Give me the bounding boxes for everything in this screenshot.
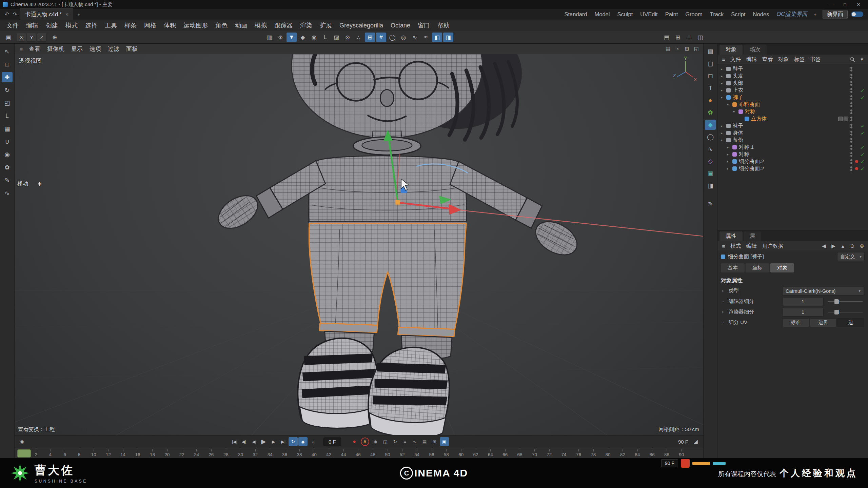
enable-check[interactable]: ✓ — [860, 159, 865, 164]
layout-item-oc[interactable]: OC渲染界面 — [773, 11, 811, 18]
expand-toggle[interactable]: ▸ — [727, 152, 732, 156]
workplane-lock-icon[interactable]: ◧ — [432, 33, 442, 42]
move-tool-icon[interactable]: ✚ — [2, 72, 13, 82]
magic-solo-icon[interactable]: ◆ — [298, 33, 308, 42]
om-menu-item[interactable]: 对象 — [775, 56, 791, 63]
next-frame-button[interactable]: ▶ — [269, 437, 278, 446]
render-settings-icon[interactable]: ⊛ — [275, 33, 285, 42]
expand-toggle[interactable]: ▾ — [727, 103, 732, 106]
visibility-dots[interactable] — [850, 74, 852, 79]
menu-item[interactable]: 窗口 — [414, 21, 434, 29]
expand-toggle[interactable]: ▸ — [721, 88, 726, 92]
render-region-icon[interactable]: ◨ — [705, 181, 716, 191]
simulation-icon[interactable]: ◯ — [705, 132, 716, 142]
attr-menu-item[interactable]: 模式 — [728, 243, 744, 250]
search-icon[interactable] — [848, 55, 856, 63]
timeline-ruler[interactable]: 0246810121416182022242628303234363840424… — [15, 448, 703, 458]
object-row[interactable]: ▸ 头部 ✓ — [717, 80, 868, 87]
taskbar-preview-popup[interactable]: 90 F — [661, 459, 726, 468]
keyframe-presets-icon[interactable]: ▤ — [420, 437, 429, 446]
workplane-icon[interactable]: ▣ — [3, 33, 14, 42]
object-row[interactable]: ▸ 袜子 ✓ — [717, 122, 868, 129]
current-frame-field[interactable]: 0 F — [323, 438, 341, 446]
expand-toggle[interactable]: ▸ — [727, 145, 732, 149]
layout-item[interactable]: Sculpt — [613, 11, 636, 18]
workplane-align-icon[interactable]: ◨ — [443, 33, 453, 42]
om-menu-item[interactable]: 文件 — [728, 56, 744, 63]
end-frame-label[interactable]: 90 F — [678, 439, 688, 445]
expand-toggle[interactable]: ▸ — [721, 124, 726, 128]
sound-toggle-icon[interactable]: ♪ — [308, 437, 317, 446]
attr-menu-item[interactable]: 用户数据 — [760, 243, 786, 250]
axis-y-toggle[interactable]: Y — [27, 33, 36, 42]
visibility-dots[interactable] — [850, 130, 852, 136]
visibility-dots[interactable] — [850, 88, 852, 93]
layout-item[interactable]: Script — [727, 11, 749, 18]
select-tool-icon[interactable]: ↖ — [2, 46, 13, 57]
object-row[interactable]: ▾ 对称 ✓ — [717, 108, 868, 115]
quad-view-icon[interactable]: ⊞ — [683, 45, 691, 53]
viewport-menu-item[interactable]: 显示 — [68, 45, 86, 53]
timeline-options-icon[interactable]: ⊞ — [430, 437, 439, 446]
redo-icon[interactable]: ↷ — [11, 10, 19, 18]
volume-icon[interactable]: ◆ — [705, 120, 716, 130]
maximize-button[interactable]: □ — [838, 0, 852, 9]
loop-mode-icon[interactable]: ↻ — [289, 437, 298, 446]
visibility-dots[interactable] — [850, 166, 852, 171]
points-mode-icon[interactable]: ∴ — [354, 33, 364, 42]
menu-item[interactable]: 体积 — [160, 21, 180, 29]
render-view-icon[interactable]: ▥ — [264, 33, 274, 42]
spline-smooth-icon[interactable]: ≈ — [421, 33, 431, 42]
om-menu-item[interactable]: 书签 — [807, 56, 823, 63]
menu-item[interactable]: 动画 — [231, 21, 251, 29]
attribute-tab[interactable]: 对象 — [770, 263, 794, 272]
uv-option-button[interactable]: 边界 — [810, 318, 836, 327]
coordinates-manager-icon[interactable]: ⊞ — [673, 33, 683, 42]
menu-item[interactable]: Greyscalegorilla — [336, 22, 387, 29]
expand-toggle[interactable]: ▸ — [727, 160, 732, 163]
viewport-menu-item[interactable]: 查看 — [25, 45, 44, 53]
layout-item-new[interactable]: 新界面 — [823, 10, 848, 19]
layer-dot[interactable] — [855, 160, 858, 163]
layout-item[interactable]: Paint — [662, 11, 682, 18]
timeline-mode-icon[interactable]: ◆ — [18, 438, 26, 446]
knife-tool-icon[interactable]: ✎ — [2, 175, 13, 185]
manager-tab[interactable]: 场次 — [744, 45, 767, 55]
modeling-mirror-icon[interactable]: ◎ — [398, 33, 409, 42]
menu-item[interactable]: 模式 — [62, 21, 81, 29]
scroll-top-icon[interactable]: ▲ — [839, 242, 847, 250]
hamburger-icon[interactable]: ≡ — [17, 45, 25, 53]
object-row[interactable]: ▸ 鞋子 ✓ — [717, 65, 868, 73]
object-row[interactable]: ▸ 上衣 ✓ — [717, 87, 868, 94]
menu-item[interactable]: 工具 — [101, 21, 121, 29]
layout-item[interactable]: Model — [591, 11, 614, 18]
scale-tool-icon[interactable]: ◰ — [2, 98, 13, 108]
menu-item[interactable]: 模拟 — [251, 21, 271, 29]
axis-x-toggle[interactable]: X — [17, 33, 26, 42]
menu-item[interactable]: 渲染 — [296, 21, 316, 29]
enable-check[interactable]: ✓ — [860, 166, 865, 171]
enable-check[interactable]: ✓ — [860, 130, 865, 136]
menu-item[interactable]: 扩展 — [316, 21, 336, 29]
object-row[interactable]: ▾ 布料曲面 ✓ — [717, 101, 868, 108]
expand-toggle[interactable]: ▸ — [727, 167, 732, 170]
menu-item[interactable]: 创建 — [42, 21, 62, 29]
record-button[interactable]: ● — [350, 437, 359, 446]
close-button[interactable]: ✕ — [852, 0, 865, 9]
content-browser-icon[interactable]: ▤ — [662, 33, 672, 42]
mograph-icon[interactable]: ✿ — [705, 107, 716, 118]
viewport-menu-item[interactable]: 选项 — [86, 45, 104, 53]
object-axis-icon[interactable]: ⊗ — [342, 33, 353, 42]
uv-option-button[interactable]: 标准 — [782, 318, 809, 327]
visibility-dots[interactable] — [850, 159, 852, 164]
snap-toggle-icon[interactable]: ⊞ — [365, 33, 375, 42]
layer-dot[interactable] — [855, 167, 858, 170]
lock-icon[interactable]: ⊙ — [848, 242, 856, 250]
expand-toggle[interactable]: ▸ — [721, 74, 726, 78]
hamburger-icon[interactable]: ≡ — [719, 55, 728, 63]
visibility-dots[interactable] — [850, 116, 852, 122]
layout-item[interactable]: Standard — [561, 11, 591, 18]
ui-toggle-switch[interactable] — [851, 12, 863, 17]
render-queue-icon[interactable]: ▼ — [287, 33, 297, 42]
quantize-toggle-icon[interactable]: # — [376, 33, 386, 42]
